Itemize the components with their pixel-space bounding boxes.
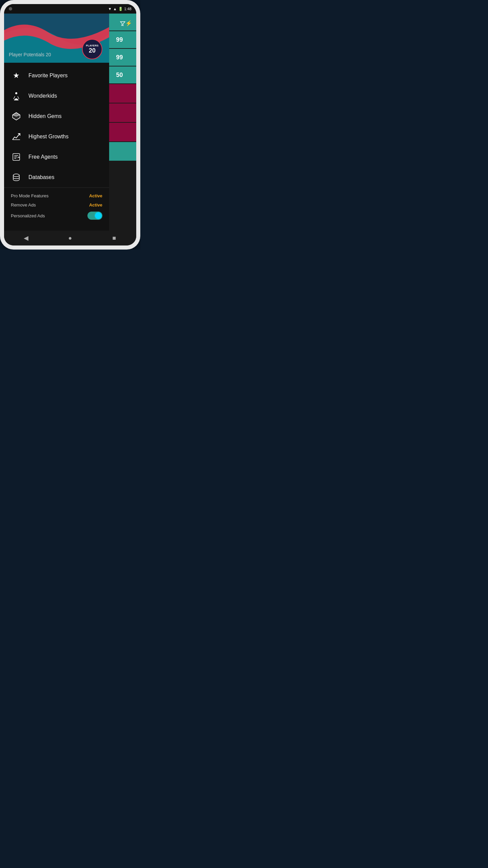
- growth-icon: [11, 131, 22, 142]
- drawer-header: PLAYERS 20 Player Potentials 20: [4, 14, 109, 63]
- personalized-ads-label: Personalized Ads: [11, 213, 45, 218]
- svg-point-12: [13, 174, 19, 177]
- battery-icon: 🔋: [118, 7, 123, 11]
- phone-screen: ▼ ▲ 🔋 1:48 40 99 40 99: [4, 4, 136, 245]
- home-button[interactable]: ●: [63, 231, 77, 245]
- drawer-bottom: Pro Mode Features Active Remove Ads Acti…: [4, 188, 109, 231]
- home-icon: ●: [68, 235, 72, 242]
- svg-point-4: [15, 92, 17, 94]
- nav-drawer: PLAYERS 20 Player Potentials 20 ★ Favori…: [4, 14, 109, 231]
- nav-item-highest-growths[interactable]: Highest Growths: [4, 126, 109, 147]
- recent-icon: ■: [113, 235, 116, 242]
- remove-ads-row: Remove Ads Active: [11, 202, 102, 208]
- app-subtitle: Player Potentials 20: [9, 52, 51, 57]
- pro-mode-status: Active: [89, 193, 102, 198]
- pro-mode-row: Pro Mode Features Active: [11, 193, 102, 198]
- logo-20-text: 20: [89, 47, 96, 54]
- time-display: 1:48: [124, 7, 131, 11]
- svg-text:7: 7: [121, 24, 122, 26]
- status-dot: [9, 7, 12, 11]
- nav-bar: ◀ ● ■: [4, 231, 136, 245]
- status-bar: ▼ ▲ 🔋 1:48: [4, 4, 136, 14]
- nav-item-databases[interactable]: Databases: [4, 167, 109, 188]
- wonderkids-label: Wonderkids: [28, 93, 57, 99]
- nav-item-free-agents[interactable]: Free Agents: [4, 147, 109, 167]
- free-agents-icon: [11, 152, 22, 162]
- nav-item-favorite-players[interactable]: ★ Favorite Players: [4, 65, 109, 86]
- status-left: [9, 7, 12, 11]
- wifi-icon: ▼: [108, 7, 112, 11]
- toggle-thumb: [95, 212, 102, 219]
- personalized-ads-toggle[interactable]: [87, 212, 102, 220]
- databases-icon: [11, 172, 22, 183]
- recent-button[interactable]: ■: [107, 231, 121, 245]
- app-logo-area: PLAYERS 20: [82, 39, 102, 59]
- free-agents-label: Free Agents: [28, 154, 58, 160]
- personalized-ads-row: Personalized Ads: [11, 212, 102, 220]
- content-area: 40 99 40 99 16 50 NATIONALITY CLUB SKILL…: [4, 14, 136, 231]
- app-logo: PLAYERS 20: [82, 39, 102, 59]
- back-button[interactable]: ◀: [19, 231, 33, 245]
- back-icon: ◀: [24, 234, 28, 242]
- favorite-players-label: Favorite Players: [28, 73, 68, 79]
- signal-icon: ▲: [113, 7, 117, 11]
- filter-button[interactable]: 7 ⚡: [120, 18, 132, 30]
- toggle-track[interactable]: [87, 212, 102, 220]
- phone-frame: ▼ ▲ 🔋 1:48 40 99 40 99: [0, 0, 140, 250]
- wonderkids-icon: [11, 91, 22, 101]
- star-icon: ★: [11, 70, 22, 81]
- remove-ads-status: Active: [89, 202, 102, 208]
- hidden-gems-label: Hidden Gems: [28, 113, 62, 119]
- highest-growths-label: Highest Growths: [28, 134, 68, 140]
- nav-list: ★ Favorite Players Wonderkids: [4, 63, 109, 188]
- status-right: ▼ ▲ 🔋 1:48: [108, 7, 131, 11]
- nav-item-wonderkids[interactable]: Wonderkids: [4, 86, 109, 106]
- remove-ads-label: Remove Ads: [11, 202, 36, 208]
- pro-mode-label: Pro Mode Features: [11, 193, 48, 198]
- gem-icon: [11, 111, 22, 122]
- databases-label: Databases: [28, 174, 55, 180]
- nav-item-hidden-gems[interactable]: Hidden Gems: [4, 106, 109, 126]
